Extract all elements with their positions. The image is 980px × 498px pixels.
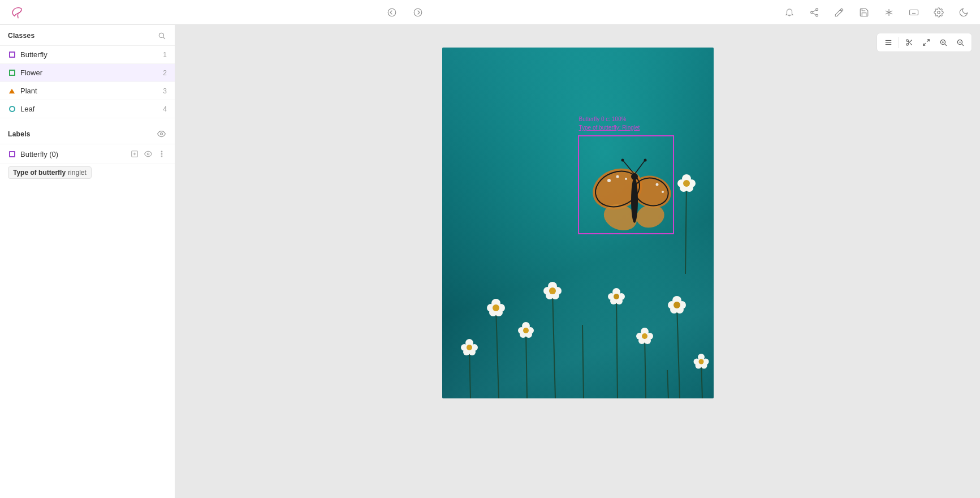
svg-point-0 — [388, 8, 396, 16]
svg-point-101 — [698, 359, 703, 364]
dark-mode-button[interactable] — [956, 5, 971, 20]
svg-rect-10 — [910, 10, 918, 15]
svg-point-77 — [614, 294, 619, 299]
label-add-button[interactable] — [129, 149, 140, 159]
sidebar: Classes Butterfly 1 Flower 2 — [0, 25, 175, 498]
classes-title: Classes — [8, 32, 34, 40]
svg-point-120 — [631, 178, 638, 223]
topbar-center — [385, 5, 425, 20]
svg-line-33 — [910, 43, 912, 45]
svg-point-71 — [549, 287, 556, 294]
label-butterfly-name: Butterfly (0) — [20, 150, 125, 158]
canvas-zoom-out-button[interactable] — [952, 36, 968, 49]
svg-point-26 — [161, 156, 162, 157]
svg-point-115 — [607, 179, 611, 182]
svg-point-119 — [662, 191, 664, 193]
topbar — [0, 0, 980, 25]
svg-point-3 — [811, 11, 813, 14]
svg-point-125 — [644, 159, 646, 162]
canvas-toolbar — [877, 33, 972, 52]
butterfly-class-name: Butterfly — [20, 50, 153, 59]
svg-line-124 — [634, 161, 645, 174]
toolbar-divider-1 — [899, 37, 899, 48]
save-button[interactable] — [857, 5, 871, 20]
main-layout: Classes Butterfly 1 Flower 2 — [0, 25, 980, 498]
label-butterfly-actions — [129, 149, 167, 159]
svg-point-65 — [523, 328, 529, 333]
butterfly-class-icon — [8, 51, 16, 59]
classes-search-button[interactable] — [157, 31, 167, 41]
svg-line-35 — [927, 40, 929, 42]
svg-point-83 — [642, 333, 647, 339]
asterisk-button[interactable] — [882, 5, 896, 20]
canvas-area[interactable]: Butterfly 0 c: 100% Type of butterfly: R… — [175, 25, 980, 498]
canvas-menu-button[interactable] — [880, 36, 896, 49]
share-button[interactable] — [807, 5, 822, 20]
svg-line-47 — [582, 325, 584, 398]
label-butterfly-icon — [8, 150, 16, 158]
labels-section: Labels Butterfly (0) — [0, 123, 175, 183]
svg-point-30 — [906, 40, 909, 42]
topbar-left — [9, 3, 27, 22]
settings-button[interactable] — [931, 5, 946, 20]
undo-button[interactable] — [385, 5, 399, 20]
canvas-zoom-in-button[interactable] — [935, 36, 951, 49]
photo-background: Butterfly 0 c: 100% Type of butterfly: R… — [442, 48, 714, 398]
svg-line-5 — [813, 10, 815, 11]
canvas-expand-button[interactable] — [918, 36, 934, 49]
flower-class-count: 2 — [158, 69, 167, 77]
svg-line-46 — [552, 291, 555, 398]
labels-visibility-button[interactable] — [156, 128, 167, 139]
svg-point-89 — [674, 302, 680, 308]
svg-line-36 — [923, 43, 926, 45]
svg-point-19 — [161, 133, 163, 135]
svg-line-45 — [526, 330, 527, 398]
svg-line-52 — [667, 370, 668, 398]
class-item-butterfly[interactable]: Butterfly 1 — [0, 46, 175, 64]
svg-line-48 — [616, 297, 618, 398]
svg-point-25 — [161, 153, 162, 154]
flower-class-icon — [8, 69, 16, 77]
svg-point-31 — [906, 44, 909, 46]
leaf-class-count: 4 — [158, 105, 167, 113]
canvas-scissors-button[interactable] — [901, 36, 917, 49]
svg-point-1 — [414, 8, 422, 16]
svg-point-108 — [683, 180, 690, 187]
svg-point-117 — [625, 178, 627, 180]
svg-point-118 — [655, 183, 658, 186]
leaf-class-icon — [8, 105, 16, 113]
pen-button[interactable] — [832, 5, 847, 20]
svg-line-18 — [163, 37, 165, 39]
topbar-right — [782, 5, 971, 20]
svg-line-102 — [685, 183, 687, 274]
class-item-leaf[interactable]: Leaf 4 — [0, 100, 175, 118]
redo-button[interactable] — [411, 5, 425, 20]
svg-point-24 — [161, 151, 162, 152]
notification-button[interactable] — [782, 5, 797, 20]
logo[interactable] — [9, 3, 27, 22]
svg-point-116 — [616, 175, 619, 178]
attribute-value: ringlet — [68, 169, 87, 177]
flower-class-name: Flower — [20, 68, 153, 77]
svg-line-51 — [469, 347, 470, 398]
class-item-flower[interactable]: Flower 2 — [0, 64, 175, 82]
svg-line-38 — [945, 44, 947, 46]
plant-class-count: 3 — [158, 87, 167, 95]
class-item-plant[interactable]: Plant 3 — [0, 82, 175, 100]
classes-section-header: Classes — [0, 25, 175, 46]
attribute-key: Type of butterfly — [13, 169, 66, 177]
annotated-image: Butterfly 0 c: 100% Type of butterfly: R… — [442, 48, 714, 398]
label-visibility-button[interactable] — [143, 149, 153, 159]
svg-point-95 — [467, 345, 472, 350]
attribute-tag[interactable]: Type of butterfly ringlet — [8, 166, 92, 179]
svg-point-16 — [938, 11, 940, 14]
svg-line-50 — [677, 305, 680, 398]
svg-line-6 — [813, 12, 815, 14]
svg-line-49 — [645, 336, 646, 398]
svg-line-44 — [496, 308, 499, 398]
label-more-button[interactable] — [157, 149, 167, 159]
labels-title: Labels — [8, 130, 31, 138]
svg-line-42 — [962, 44, 964, 46]
plant-class-name: Plant — [20, 87, 153, 95]
keyboard-button[interactable] — [906, 5, 921, 20]
